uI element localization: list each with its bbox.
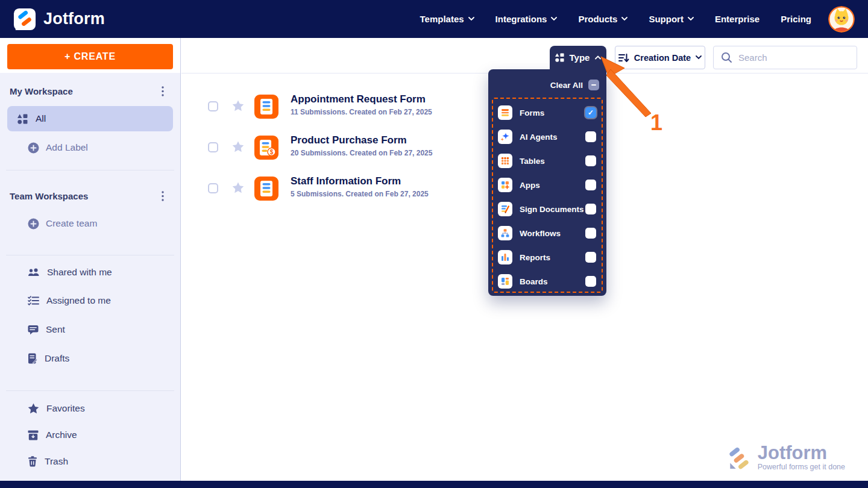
sidebar-item-trash[interactable]: Trash — [28, 454, 68, 469]
form-row-text[interactable]: Appointment Request Form 11 Submissions.… — [291, 93, 432, 116]
row-checkbox[interactable] — [208, 183, 218, 193]
sidebar-item-label: All — [36, 113, 46, 124]
nav-item-products[interactable]: Products — [578, 14, 627, 24]
sort-label: Creation Date — [634, 53, 691, 63]
sidebar-item-favorites[interactable]: Favorites — [28, 401, 85, 416]
people-icon — [28, 267, 40, 277]
nav-item-support[interactable]: Support — [649, 14, 694, 24]
watermark-tagline: Powerful forms get it done — [758, 463, 845, 471]
checkbox[interactable] — [585, 276, 596, 287]
type-option-boards[interactable]: Boards — [493, 269, 602, 293]
search-input[interactable] — [738, 52, 849, 63]
type-option-reports[interactable]: Reports — [493, 245, 602, 269]
checklist-icon — [28, 296, 39, 305]
nav-item-integrations[interactable]: Integrations — [495, 14, 558, 24]
form-title[interactable]: Product Purchase Form — [291, 134, 432, 146]
nav-menu: Templates Integrations Products Support … — [420, 14, 811, 24]
jotform-watermark: Jotform Powerful forms get it done — [726, 443, 845, 471]
chevron-down-icon — [621, 17, 627, 21]
type-option-apps[interactable]: Apps — [493, 173, 602, 197]
trash-icon — [28, 456, 37, 467]
form-row-text[interactable]: Staff Information Form 5 Submissions. Cr… — [291, 175, 429, 198]
my-workspace-heading: My Workspace — [10, 85, 73, 97]
type-option-ai-agents[interactable]: AI Agents — [493, 125, 602, 149]
sidebar-item-sent[interactable]: Sent — [28, 322, 65, 337]
create-team-button[interactable]: Create team — [28, 216, 97, 231]
avatar-cat-icon — [828, 6, 855, 33]
sidebar-item-drafts[interactable]: Drafts — [28, 351, 69, 366]
type-options-box: Forms AI Agents Tables — [492, 98, 603, 293]
tables-icon — [498, 154, 512, 168]
type-filter-label: Type — [570, 52, 590, 63]
chevron-down-icon — [688, 17, 694, 21]
footer-bar — [0, 481, 868, 488]
checkbox[interactable] — [585, 180, 596, 190]
chevron-down-icon — [468, 17, 474, 21]
type-filter-dropdown: Clear All Forms AI Agents — [488, 69, 606, 296]
type-option-forms[interactable]: Forms — [493, 101, 602, 125]
nav-item-enterprise[interactable]: Enterprise — [715, 14, 760, 24]
nav-item-templates[interactable]: Templates — [420, 14, 474, 24]
indeterminate-checkbox[interactable] — [588, 80, 599, 90]
sidebar-item-shared-with-me[interactable]: Shared with me — [28, 264, 112, 280]
my-workspace-kebab-icon[interactable] — [159, 86, 167, 96]
form-row-text[interactable]: Product Purchase Form 20 Submissions. Cr… — [291, 134, 432, 157]
jotform-watermark-icon — [726, 445, 752, 470]
top-navbar: Jotform Templates Integrations Products … — [0, 0, 868, 38]
ai-agents-icon — [498, 130, 512, 144]
type-option-tables[interactable]: Tables — [493, 149, 602, 173]
boards-icon — [498, 274, 512, 289]
form-icon[interactable] — [254, 177, 278, 201]
form-meta: 11 Submissions. Created on Feb 27, 2025 — [291, 108, 432, 116]
watermark-text: Jotform Powerful forms get it done — [758, 443, 845, 471]
sidebar-item-all[interactable]: All — [7, 106, 173, 131]
row-checkbox[interactable] — [208, 142, 218, 152]
add-label-button[interactable]: Add Label — [28, 140, 88, 155]
checkbox[interactable] — [585, 252, 596, 263]
payment-form-icon[interactable]: $ — [254, 136, 278, 160]
plus-circle-icon — [28, 218, 39, 230]
form-title[interactable]: Appointment Request Form — [291, 93, 432, 105]
checkbox[interactable] — [585, 107, 596, 118]
search-box[interactable] — [713, 46, 857, 69]
dollar-badge: $ — [270, 149, 274, 155]
form-icon[interactable] — [254, 95, 278, 119]
chat-icon — [28, 325, 39, 335]
form-meta: 20 Submissions. Created on Feb 27, 2025 — [291, 149, 432, 157]
sidebar-divider — [6, 170, 174, 170]
checkbox[interactable] — [585, 204, 596, 214]
team-workspaces-heading: Team Workspaces — [10, 190, 88, 202]
sort-descending-icon — [618, 52, 629, 63]
checkbox[interactable] — [585, 155, 596, 166]
user-avatar[interactable] — [828, 6, 855, 33]
type-option-sign-documents[interactable]: Sign Documents — [493, 197, 602, 221]
workflows-icon — [498, 226, 512, 240]
sidebar: + CREATE My Workspace All Add Label Team… — [0, 38, 181, 481]
jotform-logo[interactable]: Jotform — [13, 8, 105, 31]
forms-icon — [498, 105, 512, 120]
star-icon[interactable] — [232, 100, 244, 111]
chevron-down-icon — [551, 17, 557, 21]
grid-shapes-icon — [17, 114, 28, 124]
star-icon[interactable] — [232, 141, 244, 152]
brand-name: Jotform — [43, 10, 105, 28]
sidebar-item-archive[interactable]: Archive — [28, 427, 77, 443]
checkbox[interactable] — [585, 131, 596, 142]
sidebar-item-assigned-to-me[interactable]: Assigned to me — [28, 293, 111, 308]
type-filter-button[interactable]: Type — [550, 46, 606, 69]
create-button[interactable]: + CREATE — [7, 44, 173, 69]
watermark-brand: Jotform — [758, 443, 845, 462]
star-icon[interactable] — [232, 182, 244, 193]
sort-button[interactable]: Creation Date — [615, 46, 705, 69]
clear-all-button[interactable]: Clear All — [550, 80, 599, 90]
draft-icon — [28, 353, 37, 364]
form-title[interactable]: Staff Information Form — [291, 175, 429, 187]
checkbox[interactable] — [585, 228, 596, 239]
type-option-workflows[interactable]: Workflows — [493, 221, 602, 245]
search-icon — [721, 52, 732, 63]
archive-icon — [28, 430, 39, 440]
nav-item-pricing[interactable]: Pricing — [781, 14, 811, 24]
jotform-logo-icon — [13, 8, 36, 31]
row-checkbox[interactable] — [208, 101, 218, 111]
team-workspaces-kebab-icon[interactable] — [159, 190, 167, 201]
